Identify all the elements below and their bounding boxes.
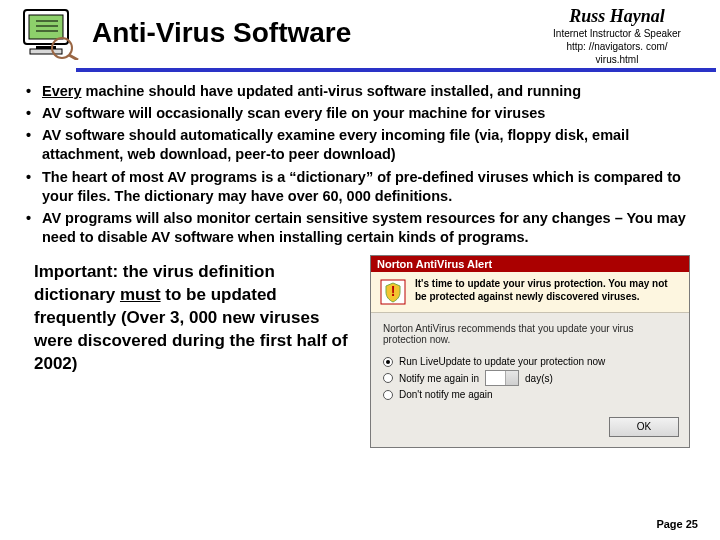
svg-text:!: ! <box>391 283 396 299</box>
svg-line-5 <box>69 55 78 60</box>
bullet-item: AV software will occasionally scan every… <box>24 104 702 123</box>
slide-title: Anti-Virus Software <box>92 17 351 49</box>
author-url-2: virus.html <box>532 54 702 66</box>
dialog-recommend-text: Norton AntiVirus recommends that you upd… <box>371 313 689 349</box>
slide-header: Anti-Virus Software Russ Haynal Internet… <box>18 6 702 66</box>
bullet-item: AV software should automatically examine… <box>24 126 702 164</box>
banner-text: It's time to update your virus protectio… <box>415 278 668 302</box>
days-stepper[interactable] <box>485 370 519 386</box>
computer-monitor-clipart-icon <box>18 6 82 60</box>
bullet-item: The heart of most AV programs is a “dict… <box>24 168 702 206</box>
author-url-1: http: //navigators. com/ <box>532 41 702 53</box>
author-role: Internet Instructor & Speaker <box>532 28 702 40</box>
svg-rect-3 <box>30 49 62 54</box>
dialog-options: Run LiveUpdate to update your protection… <box>371 349 689 411</box>
dialog-titlebar: Norton AntiVirus Alert <box>371 256 689 272</box>
norton-alert-dialog: Norton AntiVirus Alert ! It's time to up… <box>370 255 690 448</box>
ok-button[interactable]: OK <box>609 417 679 437</box>
bullet-item: Every machine should have updated anti-v… <box>24 82 702 101</box>
radio-label: Run LiveUpdate to update your protection… <box>399 356 605 367</box>
shield-alert-icon: ! <box>379 278 407 306</box>
radio-label: Notify me again in <box>399 373 479 384</box>
radio-liveupdate[interactable] <box>383 357 393 367</box>
bullet-item: AV programs will also monitor certain se… <box>24 209 702 247</box>
radio-label: Don't notify me again <box>399 389 493 400</box>
radio-label-suffix: day(s) <box>525 373 553 384</box>
divider-rule <box>76 68 716 72</box>
important-note: Important: the virus definition dictiona… <box>34 261 354 448</box>
bullet-list: Every machine should have updated anti-v… <box>24 82 702 247</box>
svg-rect-1 <box>29 15 63 39</box>
radio-dont-notify[interactable] <box>383 390 393 400</box>
author-name: Russ Haynal <box>532 6 702 27</box>
author-block: Russ Haynal Internet Instructor & Speake… <box>532 6 702 66</box>
page-number: Page 25 <box>656 518 698 530</box>
radio-notify-later[interactable] <box>383 373 393 383</box>
dialog-banner: ! It's time to update your virus protect… <box>371 272 689 313</box>
